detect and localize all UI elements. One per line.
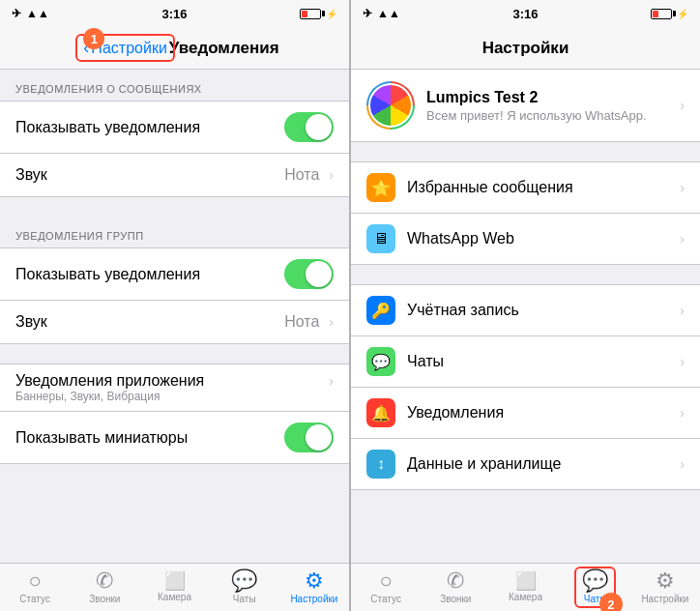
messages-notifications-group: Показывать уведомления Звук Нота › [0,101,349,197]
charging-icon: ⚡ [326,9,337,19]
sound-label-2: Звук [15,313,284,331]
whatsapp-web-item[interactable]: 🖥 WhatsApp Web › [351,214,700,264]
profile-info: Lumpics Test 2 Всем привет! Я использую … [426,89,676,123]
sound-label-1: Звук [15,166,284,184]
chats-badge: 2 [599,593,623,611]
notifications-toggle-1[interactable] [284,112,334,142]
left-nav-bar: ‹ Настройки 1 Уведомления [0,27,349,70]
app-notifications-sublabel: Баннеры, Звуки, Вибрация [15,390,160,403]
notifications-toggle-2[interactable] [284,259,334,289]
right-wifi-icon: ▲▲ [377,7,400,20]
app-notifications-chevron: › [329,373,334,389]
data-storage-label: Данные и хранилище [407,455,676,473]
right-time: 3:16 [512,7,538,21]
left-panel: ✈ ▲▲ 3:16 ⚡ ‹ Настройки 1 Уведомления УВ… [0,0,350,611]
right-tab-settings[interactable]: ⚙ Настройки [630,570,700,604]
favorites-icon: ⭐ [366,173,395,202]
right-calls-tab-icon: ✆ [447,570,464,592]
camera-tab-icon: ⬜ [164,572,186,590]
settings-tab-label: Настройки [290,594,337,604]
right-gap-2 [351,265,700,284]
whatsapp-web-label: WhatsApp Web [407,230,676,247]
show-notifications-item-2[interactable]: Показывать уведомления [0,248,349,301]
show-notifications-item-1[interactable]: Показывать уведомления [0,102,349,154]
right-settings-tab-label: Настройки [641,594,688,604]
left-tab-bar: ○ Статус ✆ Звонки ⬜ Камера 💬 Чаты ⚙ Наст… [0,563,349,611]
chats-label: Чаты [407,353,676,370]
right-tab-status[interactable]: ○ Статус [351,570,421,604]
camera-tab-label: Камера [158,592,191,602]
left-tab-chats[interactable]: 💬 Чаты [210,570,279,604]
right-camera-tab-icon: ⬜ [515,572,537,590]
chats-chevron: › [680,354,685,369]
gap-1 [0,197,349,217]
chats-item[interactable]: 💬 Чаты › [351,336,700,388]
favorites-item[interactable]: ⭐ Избранные сообщения › [351,162,700,214]
right-status-left: ✈ ▲▲ [363,7,400,20]
account-label: Учётная запись [407,302,676,319]
data-storage-icon: ↕ [366,450,395,479]
right-gap-1 [351,142,700,161]
quick-access-group: ⭐ Избранные сообщения › 🖥 WhatsApp Web › [351,161,700,265]
notifications-chevron: › [680,405,685,421]
whatsapp-web-chevron: › [680,231,685,247]
groups-notifications-group: Показывать уведомления Звук Нота › [0,247,349,344]
notifications-settings-icon: 🔔 [366,398,395,427]
section-header-messages: УВЕДОМЛЕНИЯ О СООБЩЕНИЯХ [0,70,349,101]
left-time: 3:16 [161,7,187,21]
profile-section[interactable]: Lumpics Test 2 Всем привет! Я использую … [351,70,700,142]
wifi-icon: ▲▲ [26,7,49,20]
settings-tab-icon: ⚙ [305,570,324,592]
show-thumbnails-item[interactable]: Показывать миниатюры [0,412,349,463]
favorites-label: Избранные сообщения [407,179,676,196]
data-storage-item[interactable]: ↕ Данные и хранилище › [351,439,700,489]
right-status-bar: ✈ ▲▲ 3:16 ⚡ [351,0,700,27]
profile-chevron: › [680,98,685,113]
app-notifications-item[interactable]: Уведомления приложения › Баннеры, Звуки,… [0,364,349,412]
sound-item-2[interactable]: Звук Нота › [0,301,349,343]
left-tab-status[interactable]: ○ Статус [0,570,70,604]
right-nav-title: Настройки [482,39,569,58]
sound-value-1: Нота [284,166,319,184]
right-settings-tab-icon: ⚙ [656,570,675,592]
account-item[interactable]: 🔑 Учётная запись › [351,285,700,336]
left-tab-camera[interactable]: ⬜ Камера [139,572,209,602]
settings-group: 🔑 Учётная запись › 💬 Чаты › 🔔 Уведомлени… [351,284,700,490]
right-tab-calls[interactable]: ✆ Звонки [421,570,490,604]
right-status-right: ⚡ [649,9,688,19]
right-status-tab-icon: ○ [379,570,392,592]
left-tab-calls[interactable]: ✆ Звонки [70,570,139,604]
right-status-tab-label: Статус [370,594,401,604]
left-tab-settings[interactable]: ⚙ Настройки [279,570,349,604]
show-notifications-label-1: Показывать уведомления [15,119,284,136]
notifications-item[interactable]: 🔔 Уведомления › [351,388,700,439]
back-button[interactable]: ‹ Настройки 1 [75,34,174,62]
right-panel: ✈ ▲▲ 3:16 ⚡ Настройки Lumpics Test 2 Все… [350,0,700,611]
account-chevron: › [680,303,685,318]
left-status-bar: ✈ ▲▲ 3:16 ⚡ [0,0,349,27]
chats-settings-icon: 💬 [366,347,395,376]
status-left-icons: ✈ ▲▲ [12,7,49,20]
left-content: УВЕДОМЛЕНИЯ О СООБЩЕНИЯХ Показывать увед… [0,70,349,563]
account-icon: 🔑 [366,296,395,325]
right-tab-camera[interactable]: ⬜ Камера [490,572,560,602]
right-battery-icon [651,9,672,19]
right-content: Lumpics Test 2 Всем привет! Я использую … [351,70,700,563]
sound-chevron-2: › [329,314,334,330]
show-thumbnails-label: Показывать миниатюры [15,429,284,447]
right-calls-tab-label: Звонки [440,594,471,604]
right-tab-chats-wrapper: 💬 Чаты 2 [561,567,630,608]
right-chats-tab-icon: 💬 [582,570,608,592]
sound-item-1[interactable]: Звук Нота › [0,154,349,196]
show-notifications-label-2: Показывать уведомления [15,266,284,283]
thumbnails-toggle[interactable] [284,422,334,452]
status-tab-label: Статус [19,594,50,604]
favorites-chevron: › [680,180,685,195]
sound-value-2: Нота [284,313,319,331]
airplane-icon: ✈ [12,7,21,20]
right-airplane-icon: ✈ [363,7,372,20]
status-tab-icon: ○ [28,570,41,592]
left-nav-title: Уведомления [169,39,279,58]
gap-2 [0,344,349,364]
calls-tab-label: Звонки [89,594,120,604]
